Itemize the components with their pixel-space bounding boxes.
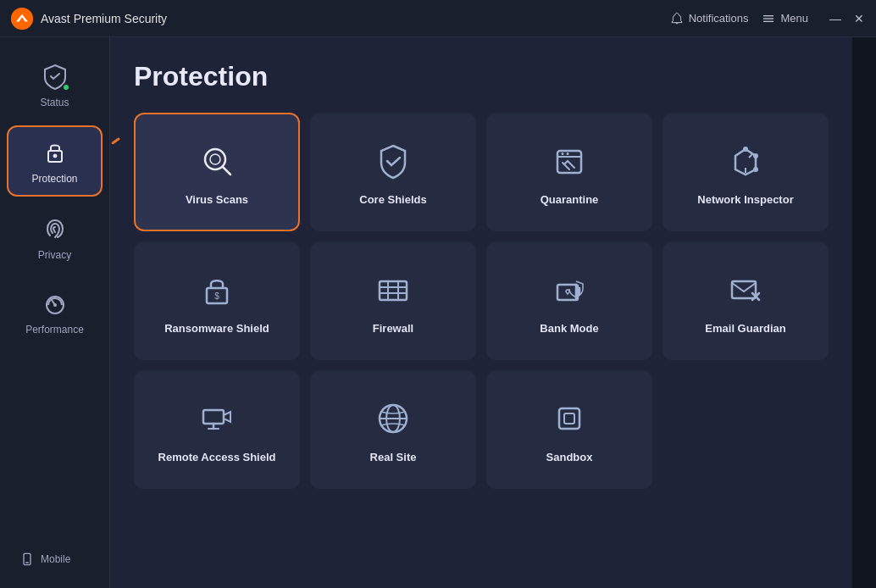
sidebar-privacy-label: Privacy bbox=[38, 249, 71, 261]
svg-point-5 bbox=[53, 154, 57, 158]
grid-item-bank-mode[interactable]: Bank Mode bbox=[486, 241, 652, 360]
sidebar-bottom: Mobile bbox=[7, 544, 103, 574]
svg-point-21 bbox=[753, 167, 758, 172]
minimize-button[interactable]: — bbox=[829, 12, 842, 25]
arrow-decoration bbox=[110, 122, 136, 224]
lock-icon bbox=[42, 139, 69, 166]
svg-point-14 bbox=[210, 154, 220, 164]
sidebar-mobile-item[interactable]: Mobile bbox=[7, 544, 103, 574]
email-icon bbox=[725, 269, 766, 310]
content-area: Protection Virus Scans bbox=[110, 37, 852, 588]
menu-icon bbox=[762, 12, 775, 25]
shield-check-icon bbox=[373, 141, 413, 181]
remote-icon bbox=[197, 398, 237, 439]
svg-point-0 bbox=[11, 7, 33, 29]
grid-label-remote-access-shield: Remote Access Shield bbox=[158, 451, 276, 465]
grid-item-network-inspector[interactable]: Network Inspector bbox=[663, 113, 829, 231]
grid-label-ransomware-shield: Ransomware Shield bbox=[164, 322, 269, 336]
sidebar-item-performance[interactable]: Performance bbox=[7, 278, 103, 346]
network-icon bbox=[725, 141, 766, 181]
svg-point-18 bbox=[567, 153, 569, 155]
window-controls: — ✕ bbox=[829, 12, 866, 25]
svg-rect-38 bbox=[559, 408, 579, 429]
sidebar-item-status[interactable]: Status bbox=[7, 51, 103, 119]
sandbox-icon bbox=[549, 398, 590, 439]
svg-rect-29 bbox=[557, 285, 578, 300]
right-panel bbox=[852, 37, 876, 588]
close-button[interactable]: ✕ bbox=[852, 12, 866, 25]
sidebar: Status Protection bbox=[0, 37, 110, 588]
performance-icon-wrap bbox=[40, 288, 70, 319]
quarantine-icon bbox=[549, 141, 590, 181]
mobile-icon bbox=[20, 552, 34, 566]
notifications-button[interactable]: Notifications bbox=[670, 12, 749, 25]
grid-label-real-site: Real Site bbox=[370, 451, 417, 465]
protection-grid: Virus Scans Core Shields bbox=[134, 113, 829, 489]
mobile-label: Mobile bbox=[41, 553, 70, 565]
fingerprint-icon bbox=[42, 215, 69, 242]
status-dot bbox=[62, 83, 70, 92]
globe-icon bbox=[373, 398, 413, 439]
page-title: Protection bbox=[134, 61, 829, 92]
grid-item-virus-scans[interactable]: Virus Scans bbox=[134, 113, 300, 231]
grid-label-bank-mode: Bank Mode bbox=[540, 322, 598, 336]
titlebar-right: Notifications Menu — ✕ bbox=[670, 12, 866, 25]
grid-item-remote-access-shield[interactable]: Remote Access Shield bbox=[134, 370, 300, 489]
grid-label-email-guardian: Email Guardian bbox=[705, 322, 785, 336]
avast-logo bbox=[10, 7, 34, 31]
ransomware-icon: $ bbox=[197, 269, 237, 310]
bank-icon bbox=[549, 269, 590, 310]
menu-label: Menu bbox=[780, 12, 808, 25]
svg-rect-24 bbox=[380, 281, 407, 300]
gauge-icon bbox=[42, 290, 69, 317]
svg-point-19 bbox=[743, 147, 748, 152]
svg-point-17 bbox=[562, 153, 564, 155]
grid-label-sandbox: Sandbox bbox=[546, 451, 593, 465]
svg-rect-9 bbox=[24, 553, 30, 564]
grid-label-quarantine: Quarantine bbox=[541, 193, 599, 208]
sidebar-item-protection[interactable]: Protection bbox=[7, 125, 103, 197]
sidebar-performance-label: Performance bbox=[25, 324, 84, 336]
protection-icon-wrap bbox=[40, 137, 70, 168]
grid-item-sandbox[interactable]: Sandbox bbox=[486, 370, 652, 489]
privacy-icon-wrap bbox=[40, 214, 70, 244]
titlebar: Avast Premium Security Notifications Men… bbox=[0, 0, 876, 37]
status-icon-wrap bbox=[40, 61, 70, 92]
grid-item-core-shields[interactable]: Core Shields bbox=[310, 113, 476, 231]
sidebar-status-label: Status bbox=[40, 97, 69, 108]
bell-icon bbox=[670, 12, 684, 25]
grid-label-virus-scans: Virus Scans bbox=[186, 193, 248, 208]
grid-item-real-site[interactable]: Real Site bbox=[310, 370, 476, 489]
svg-text:$: $ bbox=[214, 291, 219, 301]
grid-item-email-guardian[interactable]: Email Guardian bbox=[663, 241, 829, 360]
main-layout: Status Protection bbox=[0, 37, 876, 588]
svg-rect-39 bbox=[564, 413, 574, 424]
grid-label-network-inspector: Network Inspector bbox=[697, 193, 793, 208]
firewall-icon bbox=[373, 269, 413, 310]
menu-button[interactable]: Menu bbox=[762, 12, 808, 25]
search-scan-icon bbox=[197, 141, 237, 181]
svg-rect-30 bbox=[732, 281, 756, 298]
app-title: Avast Premium Security bbox=[41, 12, 670, 25]
svg-point-20 bbox=[753, 153, 758, 158]
grid-label-firewall: Firewall bbox=[373, 322, 413, 336]
grid-item-quarantine[interactable]: Quarantine bbox=[486, 113, 652, 231]
grid-label-core-shields: Core Shields bbox=[359, 193, 426, 208]
grid-item-ransomware-shield[interactable]: $ Ransomware Shield bbox=[134, 241, 300, 360]
sidebar-item-privacy[interactable]: Privacy bbox=[7, 203, 103, 271]
svg-rect-33 bbox=[203, 410, 224, 424]
sidebar-protection-label: Protection bbox=[31, 173, 77, 185]
svg-point-8 bbox=[53, 303, 57, 307]
grid-item-firewall[interactable]: Firewall bbox=[310, 241, 476, 360]
svg-line-13 bbox=[223, 167, 230, 175]
notifications-label: Notifications bbox=[689, 12, 749, 25]
